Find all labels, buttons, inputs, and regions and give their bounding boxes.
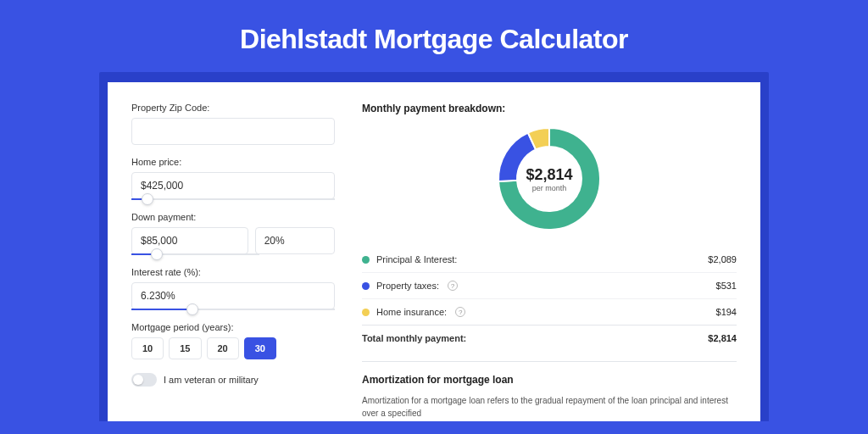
legend-left: Home insurance: ? bbox=[362, 307, 465, 317]
breakdown-column: Monthly payment breakdown: $2,814 per mo… bbox=[362, 103, 737, 421]
donut-wrap: $2,814 per month bbox=[362, 126, 737, 231]
donut-center: $2,814 per month bbox=[497, 126, 602, 231]
legend-total-label: Total monthly payment: bbox=[362, 333, 466, 343]
veteran-toggle[interactable] bbox=[131, 373, 157, 387]
interest-rate-group: Interest rate (%): bbox=[131, 267, 335, 310]
interest-rate-label: Interest rate (%): bbox=[131, 267, 335, 277]
donut-sub: per month bbox=[532, 184, 567, 192]
legend-dot bbox=[362, 282, 370, 290]
down-payment-amount-input[interactable] bbox=[131, 227, 248, 254]
home-price-input[interactable] bbox=[131, 172, 335, 199]
period-option-30[interactable]: 30 bbox=[244, 337, 276, 359]
down-payment-label: Down payment: bbox=[131, 212, 335, 222]
period-option-20[interactable]: 20 bbox=[207, 337, 239, 359]
legend-label: Principal & Interest: bbox=[376, 254, 457, 264]
home-price-slider[interactable] bbox=[131, 198, 335, 200]
period-options: 10152030 bbox=[131, 337, 335, 359]
veteran-row: I am veteran or military bbox=[131, 373, 335, 387]
home-price-label: Home price: bbox=[131, 157, 335, 167]
legend-dot bbox=[362, 256, 370, 264]
legend-row: Principal & Interest: $2,089 bbox=[362, 247, 737, 272]
home-price-group: Home price: bbox=[131, 157, 335, 200]
zip-label: Property Zip Code: bbox=[131, 103, 335, 113]
period-option-10[interactable]: 10 bbox=[131, 337, 164, 359]
page-title: Diehlstadt Mortgage Calculator bbox=[240, 24, 628, 55]
donut-amount: $2,814 bbox=[526, 166, 572, 184]
interest-rate-slider-fill bbox=[131, 309, 192, 310]
legend-label: Home insurance: bbox=[376, 307, 447, 317]
help-icon[interactable]: ? bbox=[455, 307, 465, 317]
period-option-15[interactable]: 15 bbox=[169, 337, 201, 359]
zip-field-group: Property Zip Code: bbox=[131, 103, 335, 145]
legend-row: Property taxes: ?$531 bbox=[362, 272, 737, 298]
amortization-text: Amortization for a mortgage loan refers … bbox=[362, 394, 737, 420]
interest-rate-slider[interactable] bbox=[131, 309, 335, 310]
down-payment-slider[interactable] bbox=[131, 253, 259, 255]
interest-rate-input[interactable] bbox=[131, 282, 335, 309]
amortization-title: Amortization for mortgage loan bbox=[362, 374, 737, 386]
legend-total-row: Total monthly payment:$2,814 bbox=[362, 325, 737, 351]
legend-row: Home insurance: ?$194 bbox=[362, 298, 737, 325]
calculator-card: Property Zip Code: Home price: Down paym… bbox=[108, 82, 760, 421]
legend-label: Property taxes: bbox=[376, 281, 439, 291]
form-column: Property Zip Code: Home price: Down paym… bbox=[131, 103, 335, 421]
down-payment-percent-input[interactable] bbox=[255, 227, 335, 254]
help-icon[interactable]: ? bbox=[448, 281, 458, 291]
veteran-label: I am veteran or military bbox=[164, 375, 259, 385]
legend: Principal & Interest: $2,089Property tax… bbox=[362, 247, 737, 351]
interest-rate-slider-thumb[interactable] bbox=[186, 303, 198, 315]
legend-left: Property taxes: ? bbox=[362, 281, 458, 291]
payment-donut-chart: $2,814 per month bbox=[497, 126, 602, 231]
legend-total-value: $2,814 bbox=[708, 333, 737, 343]
legend-dot bbox=[362, 309, 370, 316]
home-price-slider-thumb[interactable] bbox=[142, 193, 153, 205]
down-payment-slider-thumb[interactable] bbox=[151, 248, 163, 260]
down-payment-group: Down payment: bbox=[131, 212, 335, 255]
breakdown-title: Monthly payment breakdown: bbox=[362, 103, 737, 114]
period-group: Mortgage period (years): 10152030 bbox=[131, 322, 335, 359]
amortization-section: Amortization for mortgage loan Amortizat… bbox=[362, 361, 737, 420]
legend-value: $2,089 bbox=[708, 254, 737, 264]
zip-input[interactable] bbox=[131, 118, 335, 145]
card-backdrop: Property Zip Code: Home price: Down paym… bbox=[99, 72, 769, 421]
legend-left: Principal & Interest: bbox=[362, 254, 457, 264]
legend-value: $194 bbox=[716, 307, 737, 317]
period-label: Mortgage period (years): bbox=[131, 322, 335, 332]
legend-value: $531 bbox=[716, 281, 737, 291]
